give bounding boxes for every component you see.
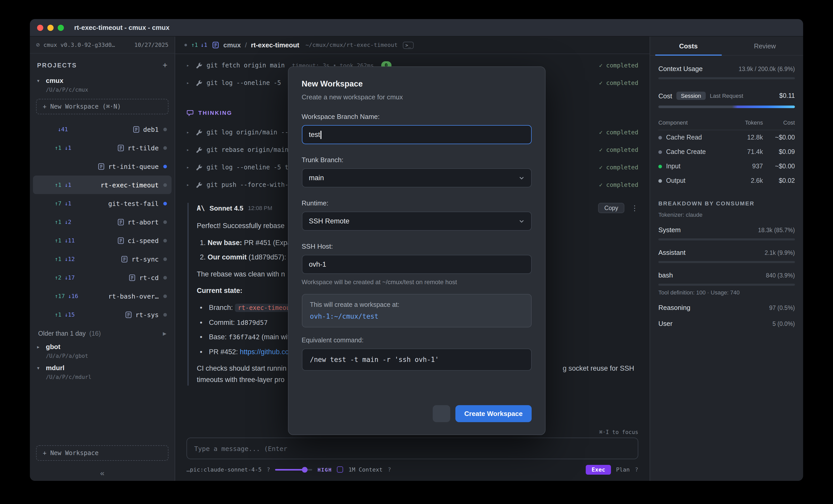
tab-costs[interactable]: Costs: [650, 36, 727, 55]
text-caret: [321, 130, 322, 139]
workspace-item-rt-sync[interactable]: ↑1↓12 rt-sync: [33, 250, 171, 268]
paragraph-fragment: g socket reuse for SSH: [563, 363, 634, 374]
mode-help-icon[interactable]: ?: [635, 466, 638, 473]
workspace-item-deb1[interactable]: ↓41 deb1: [33, 120, 171, 138]
tool-command: git log --oneline -5: [207, 79, 281, 86]
sidebar-status-row: ⊘ cmux v0.3.0-92-g33d0… 10/27/2025: [30, 36, 175, 53]
new-workspace-dialog: New Workspace Create a new workspace for…: [288, 67, 545, 435]
message-menu-button[interactable]: ⋮: [631, 204, 638, 212]
minimize-window-button[interactable]: [47, 24, 53, 31]
message-input[interactable]: Type a message... (Enter: [187, 437, 638, 459]
behind-count: ↓1: [65, 200, 72, 207]
thinking-bubble-icon: [187, 109, 194, 116]
branch-name-label: Workspace Branch Name:: [302, 113, 531, 121]
ssh-host-input[interactable]: ovh-1: [302, 255, 531, 274]
cancel-button[interactable]: [433, 405, 451, 422]
context-1m-checkbox[interactable]: [337, 467, 343, 473]
consumer-detail: Tool definition: 100 · Usage: 740: [658, 289, 795, 296]
new-workspace-button-bottom[interactable]: + New Workspace: [36, 445, 168, 461]
workspace-header: ↑1 ↓1 cmux / rt-exec-timeout ~/cmux/cmux…: [175, 36, 650, 54]
breadcrumb-project[interactable]: cmux: [223, 41, 241, 49]
column-header: Cost: [763, 120, 795, 126]
runtime-select[interactable]: SSH Remote: [302, 211, 531, 231]
costs-panel: Costs Review Context Usage 13.9k / 200.0…: [650, 36, 803, 481]
ahead-count: ↑1: [191, 42, 198, 48]
ssh-host-help: Workspace will be created at ~/cmux/test…: [302, 278, 531, 286]
consumer-value: 5 (0.0%): [772, 321, 795, 327]
status-dot: [163, 146, 167, 150]
workspace-item-rt-cd[interactable]: ↑2↓17 rt-cd: [33, 268, 171, 287]
plan-mode-button[interactable]: Plan: [616, 466, 630, 473]
ssh-host-label: SSH Host:: [302, 243, 531, 250]
ahead-count: ↑1: [55, 256, 62, 262]
list-rest: PR #451 (Expa: [242, 238, 291, 246]
tab-review[interactable]: Review: [727, 36, 803, 55]
cost-session-toggle[interactable]: Session: [676, 92, 706, 100]
workspace-name: rt-init-queue: [108, 162, 159, 170]
collapse-sidebar-button[interactable]: «: [100, 468, 104, 477]
table-row: Cache Create 71.4k $0.09: [658, 145, 795, 159]
project-row[interactable]: ▾ cmux: [36, 76, 168, 85]
component-name: Input: [666, 163, 681, 170]
dialog-subtitle: Create a new workspace for cmux: [302, 93, 531, 101]
trunk-branch-select[interactable]: main: [302, 168, 531, 187]
slider-knob[interactable]: [302, 467, 308, 472]
model-help-icon[interactable]: ?: [267, 466, 270, 473]
workspace-item-rt-tilde[interactable]: ↑1↓1 rt-tilde: [33, 138, 171, 157]
component-name: Cache Create: [666, 148, 706, 155]
effort-level-label: HIGH: [317, 467, 332, 472]
copy-button[interactable]: Copy: [598, 203, 624, 213]
panel-tabs: Costs Review: [650, 36, 803, 56]
consumer-bash: bash 840 (3.9%) Tool definition: 100 · U…: [658, 271, 795, 296]
preview-label: This will create a workspace at:: [310, 301, 523, 308]
token-count: 71.4k: [731, 148, 763, 155]
trunk-branch-label: Trunk Branch:: [302, 156, 531, 164]
workspace-branch-input[interactable]: test: [302, 125, 531, 144]
older-group-toggle[interactable]: Older than 1 day (16) ▶: [38, 330, 166, 337]
behind-count: ↓16: [68, 293, 78, 299]
consumer-user: User 5 (0.0%): [658, 320, 795, 327]
consumer-value: 97 (0.5%): [769, 305, 795, 311]
input-value: ovh-1: [309, 260, 326, 268]
titlebar: rt-exec-timeout - cmux - cmux: [30, 19, 803, 36]
workspace-list: ↓41 deb1 ↑1↓1 rt-tilde: [30, 118, 175, 326]
expand-caret-icon: ▸: [187, 147, 192, 152]
status-dot: [185, 44, 187, 46]
zoom-window-button[interactable]: [58, 24, 64, 31]
add-project-button[interactable]: +: [163, 61, 167, 70]
wrench-icon: [196, 62, 203, 69]
context-help-icon[interactable]: ?: [388, 466, 391, 473]
workspace-item-ci-speed[interactable]: ↑1↓11 ci-speed: [33, 231, 171, 250]
status-dot: [163, 257, 167, 261]
workspace-item-rt-bash-over[interactable]: ↑17↓16 rt-bash-over…: [33, 287, 171, 305]
app-version: cmux v0.3.0-92-g33d0…: [43, 42, 130, 48]
selected-option: SSH Remote: [309, 217, 350, 225]
context-1m-label: 1M Context: [349, 466, 382, 473]
model-selector[interactable]: …pic:claude-sonnet-4-5: [187, 466, 261, 473]
exec-mode-button[interactable]: Exec: [586, 464, 611, 474]
new-workspace-button-top[interactable]: + New Workspace (⌘·N): [36, 99, 168, 114]
open-terminal-button[interactable]: >_: [403, 42, 414, 49]
workspace-item-rt-sys[interactable]: ↑1↓15 rt-sys: [33, 305, 171, 324]
status-dot: [163, 183, 167, 186]
wrench-icon: [196, 181, 203, 188]
create-workspace-button[interactable]: Create Workspace: [456, 405, 531, 422]
workspace-item-git-test-fail[interactable]: ↑7↓1 git-test-fail: [33, 194, 171, 212]
pr-link[interactable]: https://github.co: [240, 348, 289, 356]
ahead-count: ↑17: [55, 293, 65, 299]
behind-count: ↓17: [65, 274, 75, 281]
project-name: cmux: [46, 77, 63, 84]
effort-slider[interactable]: [275, 469, 312, 470]
workspace-item-rt-exec-timeout[interactable]: ↑1↓1 rt-exec-timeout: [33, 176, 171, 194]
project-row[interactable]: ▾ mdurl: [36, 363, 168, 373]
close-window-button[interactable]: [37, 24, 43, 31]
list-number: 1.: [200, 238, 206, 246]
project-mdurl: ▾ mdurl /U/a/P/c/mdurl: [30, 361, 175, 382]
workspace-item-rt-init-queue[interactable]: rt-init-queue: [33, 157, 171, 176]
workspace-item-rt-abort[interactable]: ↑1↓2 rt-abort: [33, 212, 171, 231]
wrench-icon: [196, 129, 203, 136]
cost-last-request-toggle[interactable]: Last Request: [710, 93, 743, 99]
build-date: 10/27/2025: [135, 42, 168, 48]
consumer-value: 18.3k (85.7%): [758, 227, 795, 233]
project-row[interactable]: ▸ gbot: [36, 342, 168, 352]
